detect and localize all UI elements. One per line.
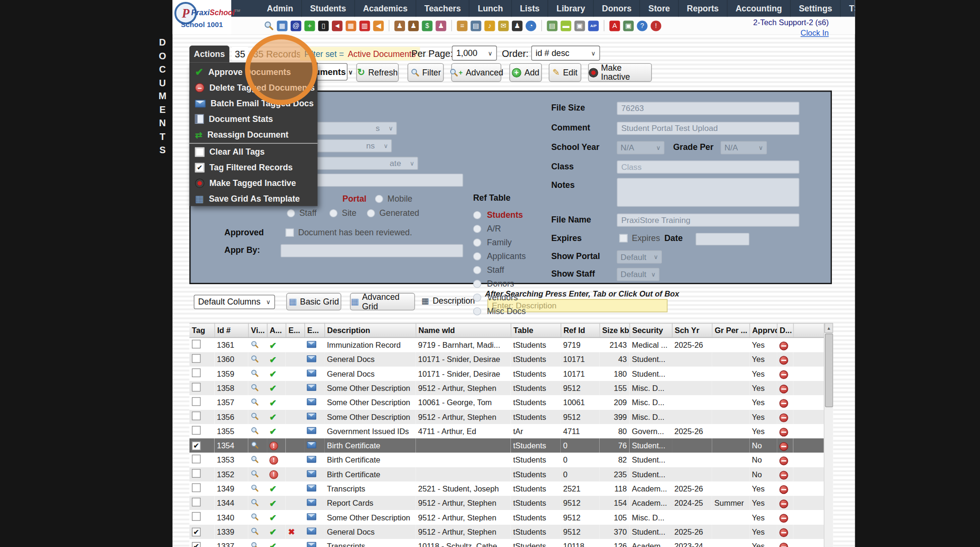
column-header-sch-yr[interactable]: Sch Yr xyxy=(672,323,712,337)
email-cell[interactable] xyxy=(304,453,324,467)
magnifier-icon[interactable] xyxy=(251,412,259,420)
table-row[interactable]: 1361✔Immunization Record9719 - Barnhart,… xyxy=(189,337,824,352)
email-cell[interactable] xyxy=(304,525,324,539)
comment-input[interactable]: Student Portal Test Upload xyxy=(617,122,799,135)
red-minus-icon[interactable] xyxy=(779,356,788,364)
ref-table-option-misc-docs[interactable]: Misc Docs xyxy=(473,304,526,318)
advanced-grid-button[interactable]: ▦ Advanced Grid xyxy=(350,293,415,310)
deactivate-cell[interactable] xyxy=(777,539,793,547)
nav-item-ts[interactable]: TS xyxy=(841,0,855,17)
staff-radio[interactable] xyxy=(287,209,295,217)
deactivate-cell[interactable] xyxy=(777,395,793,409)
tag-cell[interactable]: ✔ xyxy=(189,438,215,453)
tag-cell[interactable] xyxy=(189,410,215,424)
tag-cell[interactable]: ✔ xyxy=(189,525,215,539)
file-name-input[interactable]: PraxiStore Training xyxy=(617,213,799,227)
column-header-vi[interactable]: Vi... xyxy=(248,323,267,337)
magnifier-icon[interactable] xyxy=(251,369,259,377)
table-row[interactable]: 1357✔Some Other Description10061 - Georg… xyxy=(189,395,824,409)
view-cell[interactable] xyxy=(248,467,267,482)
make-inactive-button[interactable]: Make Inactive xyxy=(588,63,652,82)
clock-icon[interactable]: ◔ xyxy=(526,20,536,31)
column-header-name-wid[interactable]: Name wId xyxy=(415,323,510,337)
tag-checkbox[interactable] xyxy=(192,397,200,406)
nav-item-lunch[interactable]: Lunch xyxy=(470,0,512,17)
view-cell[interactable] xyxy=(248,352,267,366)
help-icon[interactable]: ? xyxy=(637,20,647,31)
order-select[interactable]: id # desc ∨ xyxy=(531,46,600,61)
ledger-icon[interactable]: ▤ xyxy=(547,20,557,31)
person-icon[interactable]: ♟ xyxy=(408,20,419,31)
deactivate-cell[interactable] xyxy=(777,510,793,524)
email-cell[interactable] xyxy=(304,410,324,424)
email-cell[interactable] xyxy=(304,482,324,496)
nav-item-lists[interactable]: Lists xyxy=(512,0,548,17)
envelope-icon[interactable] xyxy=(307,528,316,534)
menu-item-save-grid-as-template[interactable]: ▦Save Grid As Template xyxy=(189,191,318,207)
view-cell[interactable] xyxy=(248,453,267,467)
ref-table-option-students[interactable]: Students xyxy=(473,208,526,222)
tag-cell[interactable] xyxy=(189,496,215,510)
magnifier-icon[interactable] xyxy=(251,426,259,434)
email-cell[interactable] xyxy=(304,438,324,453)
email-cell[interactable] xyxy=(304,467,324,482)
basic-grid-button[interactable]: ▦ Basic Grid xyxy=(286,293,341,310)
deactivate-cell[interactable] xyxy=(777,438,793,453)
table-row[interactable]: 1353!Birth CertificatetStudents082Studen… xyxy=(189,453,824,467)
email-cell[interactable] xyxy=(304,381,324,395)
email-cell[interactable] xyxy=(304,352,324,366)
tag-cell[interactable] xyxy=(189,453,215,467)
red-minus-icon[interactable] xyxy=(779,528,788,537)
grid-icon[interactable]: ▦ xyxy=(277,20,287,31)
logo[interactable]: P PraxiSchoolTM School 1001 xyxy=(172,0,231,34)
tag-checkbox[interactable] xyxy=(192,498,200,506)
envelope-icon[interactable] xyxy=(307,412,316,419)
deactivate-cell[interactable] xyxy=(777,381,793,395)
search-icon[interactable] xyxy=(264,20,273,30)
red-minus-icon[interactable] xyxy=(779,385,788,393)
scroll-up-arrow-icon[interactable]: ▲ xyxy=(824,323,833,333)
red-minus-icon[interactable] xyxy=(779,442,788,451)
table-row[interactable]: 1360✔General Docs10171 - Snider, Desirae… xyxy=(189,352,824,366)
deactivate-cell[interactable] xyxy=(777,352,793,366)
column-header-security[interactable]: Security xyxy=(630,323,672,337)
magnifier-icon[interactable] xyxy=(251,483,259,491)
grade-per-select[interactable]: N/A∨ xyxy=(721,141,767,154)
view-cell[interactable] xyxy=(248,510,267,524)
columns-select[interactable]: Default Columns ∨ xyxy=(194,295,275,309)
column-header-description[interactable]: Description xyxy=(324,323,415,337)
table-row[interactable]: 1344✔Report Cards9512 - Arthur, Stephent… xyxy=(189,496,824,510)
ap-icon[interactable]: A/P xyxy=(588,20,599,31)
nav-item-donors[interactable]: Donors xyxy=(594,0,641,17)
per-page-select[interactable]: 1,000 ∨ xyxy=(452,46,497,61)
view-cell[interactable] xyxy=(248,525,267,539)
bell-icon[interactable]: ♪ xyxy=(484,20,495,31)
red-minus-icon[interactable] xyxy=(779,514,788,522)
notes-textarea[interactable] xyxy=(617,178,799,207)
tag-cell[interactable] xyxy=(189,482,215,496)
deactivate-cell[interactable] xyxy=(777,525,793,539)
add-button[interactable]: + Add xyxy=(509,63,542,82)
tag-checkbox[interactable] xyxy=(192,354,200,362)
tag-cell[interactable] xyxy=(189,337,215,352)
magnifier-icon[interactable] xyxy=(251,498,259,506)
tag-checkbox[interactable] xyxy=(192,340,200,348)
envelope-icon[interactable] xyxy=(307,384,316,390)
nav-item-settings[interactable]: Settings xyxy=(791,0,841,17)
tag-cell[interactable]: ✔ xyxy=(189,539,215,547)
column-header-apprvd[interactable]: Apprvd xyxy=(749,323,777,337)
payment-icon[interactable]: ▬ xyxy=(561,20,571,31)
menu-item-tag-filtered-records[interactable]: ✔Tag Filtered Records xyxy=(189,160,318,176)
table-row[interactable]: 1355✔Government Issued IDs4711 - Arthur,… xyxy=(189,424,824,438)
magnifier-icon[interactable] xyxy=(251,469,259,477)
view-cell[interactable] xyxy=(248,539,267,547)
table-row[interactable]: 1349✔Transcripts2521 - Student, JosephtS… xyxy=(189,482,824,496)
tag-checkbox[interactable] xyxy=(192,512,200,520)
menu-item-document-stats[interactable]: Document Stats xyxy=(189,111,318,127)
view-cell[interactable] xyxy=(248,367,267,381)
nav-item-students[interactable]: Students xyxy=(302,0,355,17)
deactivate-cell[interactable] xyxy=(777,482,793,496)
email-cell[interactable] xyxy=(304,367,324,381)
magnifier-icon[interactable] xyxy=(251,340,259,348)
tag-cell[interactable] xyxy=(189,381,215,395)
